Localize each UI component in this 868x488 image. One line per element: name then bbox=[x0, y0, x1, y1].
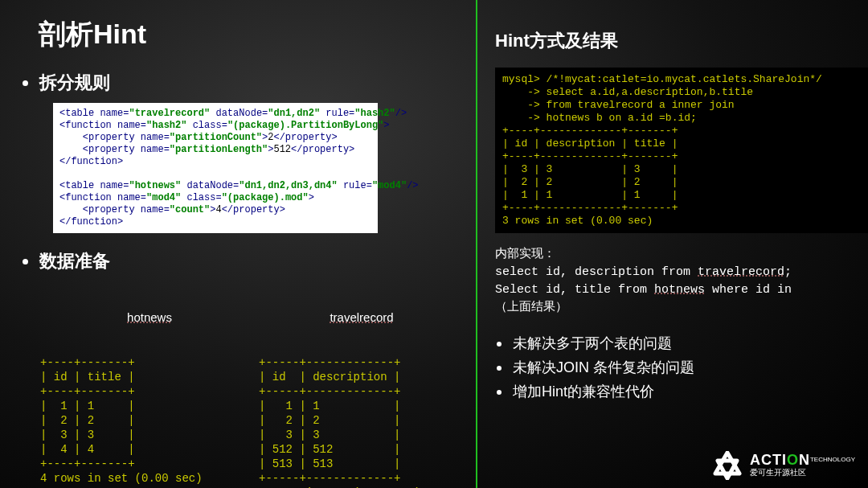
hotnews-label: hotnews bbox=[40, 310, 259, 325]
slide: 剖析Hint 拆分规则 <table name="travelrecord" d… bbox=[0, 0, 868, 488]
bullet-icon bbox=[497, 390, 502, 395]
logo-icon bbox=[713, 451, 742, 480]
bullet-icon bbox=[23, 259, 28, 265]
rules-heading: 拆分规则 bbox=[23, 71, 465, 95]
mysql-terminal: mysql> /*!mycat:catlet=io.mycat.catlets.… bbox=[495, 68, 868, 233]
right-heading: Hint方式及结果 bbox=[495, 29, 868, 53]
logo-line2: 爱可生开源社区 bbox=[750, 467, 855, 478]
bullet-item: 增加Hint的兼容性代价 bbox=[495, 379, 868, 404]
tables-row: hotnews +----+-------+ | id | title | +-… bbox=[40, 281, 465, 488]
svg-marker-1 bbox=[718, 461, 737, 478]
right-column: Hint方式及结果 mysql> /*!mycat:catlet=io.myca… bbox=[477, 0, 868, 488]
logo-line1: ACTIONTECHNOLOGY bbox=[750, 453, 855, 467]
xml-config-box: <table name="travelrecord" dataNode="dn1… bbox=[53, 103, 378, 233]
issue-bullets: 未解决多于两个表的问题 未解决JOIN 条件复杂的问题 增加Hint的兼容性代价 bbox=[495, 331, 868, 404]
travelrecord-table-wrap: travelrecord +-----+-------------+ | id … bbox=[259, 281, 465, 488]
internal-impl: 内部实现： select id, description from travel… bbox=[495, 246, 868, 317]
travelrecord-table: +-----+-------------+ | id | description… bbox=[259, 355, 465, 488]
bullet-icon bbox=[497, 342, 502, 347]
slide-title: 剖析Hint bbox=[39, 16, 465, 53]
bullet-icon bbox=[497, 366, 502, 371]
travelrecord-label: travelrecord bbox=[259, 310, 465, 325]
bullet-icon bbox=[23, 80, 28, 86]
hotnews-table: +----+-------+ | id | title | +----+----… bbox=[40, 355, 259, 486]
action-logo: ACTIONTECHNOLOGY 爱可生开源社区 bbox=[713, 451, 855, 480]
left-column: 剖析Hint 拆分规则 <table name="travelrecord" d… bbox=[0, 0, 476, 488]
data-heading: 数据准备 bbox=[23, 249, 465, 273]
logo-text: ACTIONTECHNOLOGY 爱可生开源社区 bbox=[750, 453, 855, 478]
bullet-item: 未解决多于两个表的问题 bbox=[495, 331, 868, 355]
bullet-item: 未解决JOIN 条件复杂的问题 bbox=[495, 355, 868, 379]
hotnews-table-wrap: hotnews +----+-------+ | id | title | +-… bbox=[40, 281, 259, 488]
